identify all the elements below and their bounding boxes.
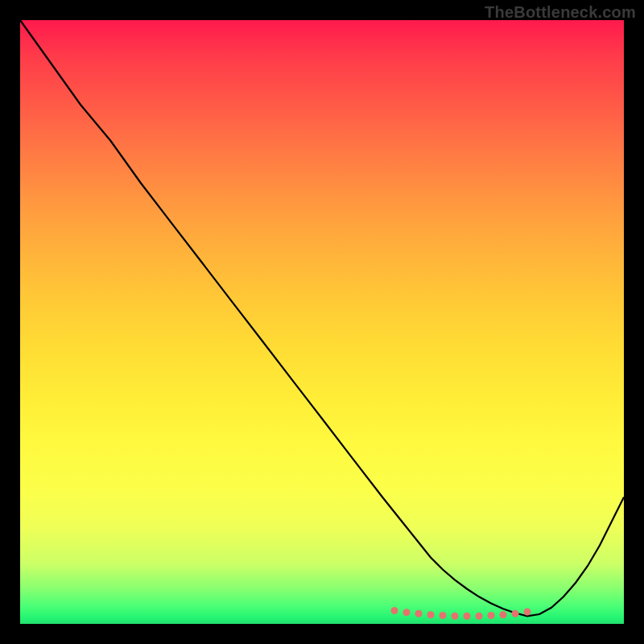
valley-dot bbox=[524, 609, 531, 616]
valley-dot bbox=[415, 610, 423, 617]
valley-dot bbox=[440, 612, 447, 619]
valley-dot bbox=[452, 613, 459, 620]
valley-dot bbox=[391, 607, 398, 614]
valley-dot bbox=[464, 613, 471, 620]
watermark-text: TheBottleneck.com bbox=[485, 3, 636, 22]
valley-dot bbox=[403, 609, 411, 616]
curve-layer bbox=[20, 20, 624, 624]
valley-dot bbox=[427, 611, 435, 618]
valley-dot bbox=[500, 611, 507, 618]
plot-area bbox=[20, 20, 624, 624]
bottleneck-curve-path bbox=[20, 20, 624, 616]
valley-dots bbox=[391, 607, 531, 620]
valley-dot bbox=[476, 613, 483, 620]
valley-dot bbox=[488, 612, 495, 619]
valley-dot bbox=[512, 610, 519, 617]
chart-container: TheBottleneck.com bbox=[0, 0, 644, 644]
